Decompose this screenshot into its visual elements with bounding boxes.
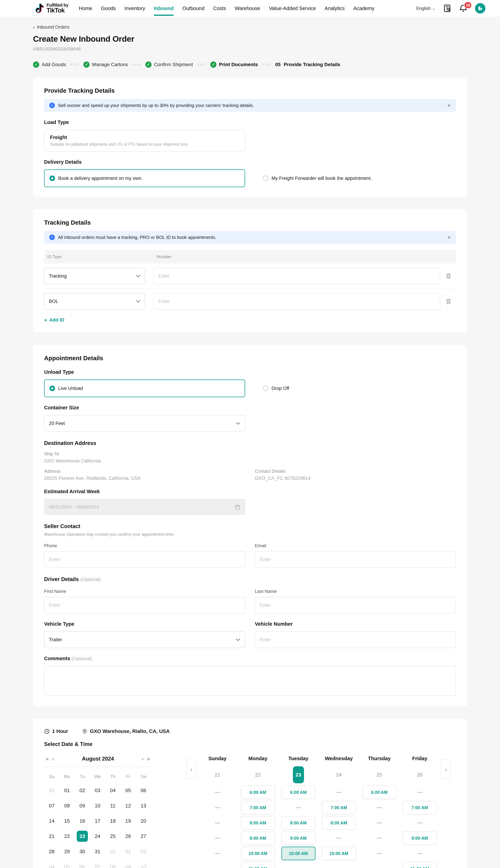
load-type-option-freight[interactable]: Freight Suitable for palletized shipment…	[44, 130, 245, 151]
nav-item-warehouse[interactable]: Warehouse	[235, 0, 260, 17]
unload-option-drop-off[interactable]: Drop Off	[263, 386, 289, 391]
calendar-day-24[interactable]: 24	[90, 829, 105, 844]
nav-item-home[interactable]: Home	[79, 0, 92, 17]
time-slot-10-00-am[interactable]: 10:00 AM	[241, 847, 275, 860]
calendar-day-17[interactable]: 17	[90, 813, 105, 829]
account-avatar[interactable]	[475, 3, 486, 13]
time-slot-10-00-am[interactable]: 10:00 AM	[282, 847, 316, 860]
delete-row-button[interactable]	[445, 298, 456, 305]
calendar-day-05[interactable]: 05	[121, 783, 136, 798]
notifications-bell-icon[interactable]: 18	[459, 4, 467, 13]
time-slot-8-00-am[interactable]: 8:00 AM	[282, 816, 316, 830]
calendar-day-02[interactable]: 02	[75, 783, 90, 798]
prev-year-icon[interactable]: «	[44, 756, 50, 762]
container-size-select[interactable]: 20 Feet	[44, 415, 245, 432]
time-slot-11-00-am[interactable]: 11:00 AM	[241, 862, 275, 868]
next-week-button[interactable]: ›	[441, 760, 451, 779]
calendar-day-09[interactable]: 09	[121, 859, 136, 868]
id-type-select[interactable]: Tracking	[44, 268, 145, 284]
close-icon[interactable]: ×	[447, 103, 451, 108]
calendar-day-14[interactable]: 14	[44, 813, 59, 829]
add-id-button[interactable]: + Add ID	[44, 317, 65, 323]
nav-item-costs[interactable]: Costs	[213, 0, 226, 17]
time-slot-7-00-am[interactable]: 7:00 AM	[403, 801, 437, 814]
calendar-day-12[interactable]: 12	[121, 798, 136, 813]
calendar-day-11[interactable]: 11	[105, 798, 121, 813]
calendar-day-10[interactable]: 10	[136, 859, 151, 868]
id-type-select[interactable]: BOL	[44, 293, 145, 310]
nav-item-analytics[interactable]: Analytics	[325, 0, 345, 17]
next-month-icon[interactable]: ›	[140, 756, 145, 762]
calendar-day-02[interactable]: 02	[121, 844, 136, 859]
calendar-day-13[interactable]: 13	[136, 798, 151, 813]
nav-item-inbound[interactable]: Inbound	[154, 0, 174, 17]
calendar-day-03[interactable]: 03	[136, 844, 151, 859]
nav-item-outbound[interactable]: Outbound	[182, 0, 204, 17]
time-slot-7-00-am[interactable]: 7:00 AM	[322, 801, 356, 814]
next-year-icon[interactable]: »	[145, 756, 152, 762]
nav-item-academy[interactable]: Academy	[353, 0, 374, 17]
time-slot-11-00-am[interactable]: 11:00 AM	[403, 862, 437, 868]
calendar-day-01[interactable]: 01	[59, 783, 75, 798]
calendar-day-22[interactable]: 22	[59, 829, 75, 844]
calendar-day-05[interactable]: 05	[59, 859, 75, 868]
email-input[interactable]	[255, 551, 456, 568]
calendar-day-29[interactable]: 29	[59, 844, 75, 859]
delivery-option-book-own[interactable]: Book a delivery appointment on my own.	[44, 169, 245, 187]
vehicle-number-input[interactable]	[255, 631, 456, 648]
calendar-day-25[interactable]: 25	[105, 829, 121, 844]
calendar-day-08[interactable]: 08	[59, 798, 75, 813]
calendar-day-27[interactable]: 27	[136, 829, 151, 844]
time-slot-8-00-am[interactable]: 8:00 AM	[241, 816, 275, 830]
calendar-day-21[interactable]: 21	[44, 829, 59, 844]
vehicle-type-select[interactable]: Trailer	[44, 631, 245, 648]
prev-week-button[interactable]: ‹	[186, 760, 196, 779]
nav-item-value-added-service[interactable]: Value-Added Service	[269, 0, 316, 17]
delivery-option-freight-forwarder[interactable]: My Freight Forwarder will book the appoi…	[263, 175, 372, 181]
phone-input[interactable]	[44, 551, 245, 568]
time-slot-7-00-am[interactable]: 7:00 AM	[241, 801, 275, 814]
time-slot-9-00-am[interactable]: 9:00 AM	[403, 831, 437, 845]
last-name-input[interactable]	[255, 597, 456, 614]
calendar-day-01[interactable]: 01	[105, 844, 121, 859]
comments-textarea[interactable]	[44, 666, 456, 696]
calendar-day-15[interactable]: 15	[59, 813, 75, 829]
calendar-day-23[interactable]: 23	[75, 829, 90, 844]
calendar-day-18[interactable]: 18	[105, 813, 121, 829]
first-name-input[interactable]	[44, 597, 245, 614]
number-input[interactable]	[154, 293, 440, 310]
calendar-day-16[interactable]: 16	[75, 813, 90, 829]
unload-option-live-unload[interactable]: Live Unload	[44, 379, 245, 397]
calendar-day-28[interactable]: 28	[44, 844, 59, 859]
calendar-day-06[interactable]: 06	[136, 783, 151, 798]
calendar-day-10[interactable]: 10	[90, 798, 105, 813]
close-icon[interactable]: ×	[447, 235, 451, 240]
calendar-day-20[interactable]: 20	[136, 813, 151, 829]
order-lookup-icon[interactable]	[443, 4, 451, 13]
time-slot-6-00-am[interactable]: 6:00 AM	[282, 786, 316, 799]
prev-month-icon[interactable]: ‹	[50, 756, 56, 762]
time-slot-8-00-am[interactable]: 8:00 AM	[322, 816, 356, 830]
calendar-day-06[interactable]: 06	[75, 859, 90, 868]
language-selector[interactable]: English ⌄	[416, 6, 435, 11]
calendar-day-31[interactable]: 31	[44, 783, 59, 798]
calendar-day-08[interactable]: 08	[105, 859, 121, 868]
calendar-day-26[interactable]: 26	[121, 829, 136, 844]
number-input[interactable]	[154, 268, 440, 284]
time-slot-9-00-am[interactable]: 9:00 AM	[282, 831, 316, 845]
calendar-day-04[interactable]: 04	[105, 783, 121, 798]
calendar-day-03[interactable]: 03	[90, 783, 105, 798]
time-slot-6-00-am[interactable]: 6:00 AM	[241, 786, 275, 799]
calendar-day-07[interactable]: 07	[90, 859, 105, 868]
nav-item-goods[interactable]: Goods	[101, 0, 116, 17]
column-date-23[interactable]: 23	[278, 766, 319, 784]
time-slot-6-00-am[interactable]: 6:00 AM	[362, 786, 396, 799]
time-slot-10-00-am[interactable]: 10:00 AM	[322, 847, 356, 860]
calendar-day-04[interactable]: 04	[44, 859, 59, 868]
brand-logo[interactable]: Fulfilled by TikTok	[35, 3, 68, 14]
delete-row-button[interactable]	[445, 273, 456, 279]
calendar-day-31[interactable]: 31	[90, 844, 105, 859]
time-slot-9-00-am[interactable]: 9:00 AM	[241, 831, 275, 845]
calendar-day-07[interactable]: 07	[44, 798, 59, 813]
calendar-day-19[interactable]: 19	[121, 813, 136, 829]
